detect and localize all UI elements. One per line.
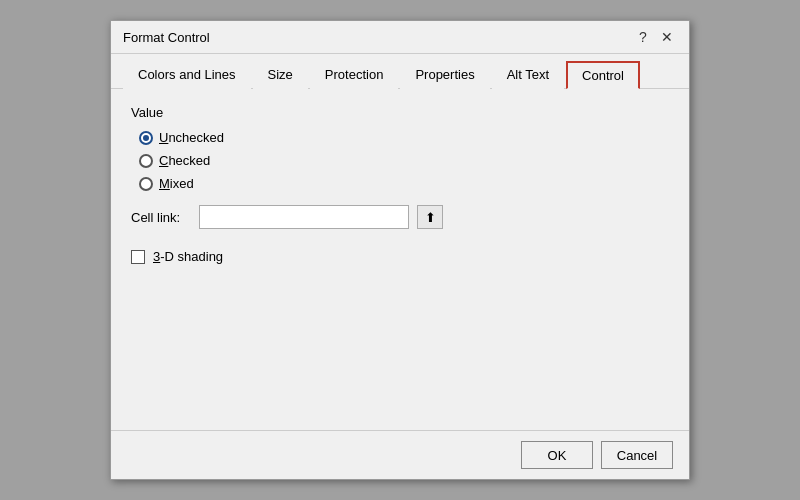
shading-label: 3-D shading: [153, 249, 223, 264]
radio-unchecked-dot: [143, 135, 149, 141]
radio-unchecked-label: Unchecked: [159, 130, 224, 145]
tab-colors-lines[interactable]: Colors and Lines: [123, 61, 251, 89]
close-button[interactable]: ✕: [657, 27, 677, 47]
value-section-label: Value: [131, 105, 669, 120]
tab-properties[interactable]: Properties: [400, 61, 489, 89]
title-bar-controls: ? ✕: [633, 27, 677, 47]
radio-checked-label: Checked: [159, 153, 210, 168]
tab-size[interactable]: Size: [253, 61, 308, 89]
shading-checkbox[interactable]: [131, 250, 145, 264]
title-bar: Format Control ? ✕: [111, 21, 689, 54]
tab-bar: Colors and Lines Size Protection Propert…: [111, 54, 689, 89]
radio-group-value: Unchecked Checked Mixed: [139, 130, 669, 191]
dialog-footer: OK Cancel: [111, 430, 689, 479]
cell-link-row: Cell link: ⬆: [131, 205, 669, 229]
radio-mixed-indicator: [139, 177, 153, 191]
radio-checked[interactable]: Checked: [139, 153, 669, 168]
help-button[interactable]: ?: [633, 27, 653, 47]
cancel-button[interactable]: Cancel: [601, 441, 673, 469]
cell-link-select-button[interactable]: ⬆: [417, 205, 443, 229]
dialog-title: Format Control: [123, 30, 210, 45]
shading-row: 3-D shading: [131, 249, 669, 264]
cell-link-label: Cell link:: [131, 210, 191, 225]
radio-checked-indicator: [139, 154, 153, 168]
ok-button[interactable]: OK: [521, 441, 593, 469]
tab-control[interactable]: Control: [566, 61, 640, 89]
tab-alt-text[interactable]: Alt Text: [492, 61, 564, 89]
radio-mixed-label: Mixed: [159, 176, 194, 191]
format-control-dialog: Format Control ? ✕ Colors and Lines Size…: [110, 20, 690, 480]
radio-mixed[interactable]: Mixed: [139, 176, 669, 191]
tab-protection[interactable]: Protection: [310, 61, 399, 89]
cell-link-input[interactable]: [199, 205, 409, 229]
radio-unchecked-indicator: [139, 131, 153, 145]
radio-unchecked[interactable]: Unchecked: [139, 130, 669, 145]
tab-content: Value Unchecked Checked Mixed Cel: [111, 89, 689, 430]
